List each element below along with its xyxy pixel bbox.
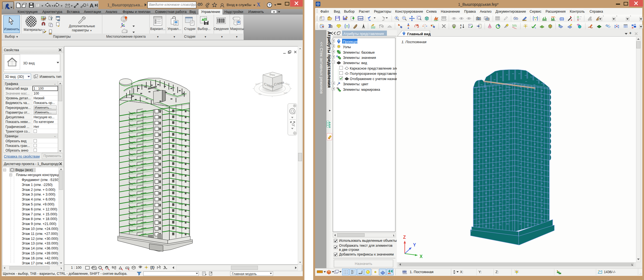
svg-text:A: A: [460, 24, 462, 26]
svg-text:A: A: [90, 2, 93, 9]
svg-text:(▯): (▯): [560, 17, 564, 21]
svg-text:Z: Z: [403, 235, 406, 240]
svg-text:?: ?: [268, 3, 271, 7]
svg-text:X: X: [420, 254, 423, 259]
svg-text:Юг: Юг: [258, 93, 262, 96]
svg-text:Зап: Зап: [284, 91, 288, 95]
svg-text:Y: Y: [413, 243, 416, 247]
svg-text:Z: Z: [460, 26, 461, 29]
svg-text:1: 1: [87, 3, 89, 6]
svg-text:FEP: FEP: [359, 17, 363, 20]
svg-text:P: P: [336, 55, 338, 58]
svg-text:T: T: [469, 24, 471, 27]
